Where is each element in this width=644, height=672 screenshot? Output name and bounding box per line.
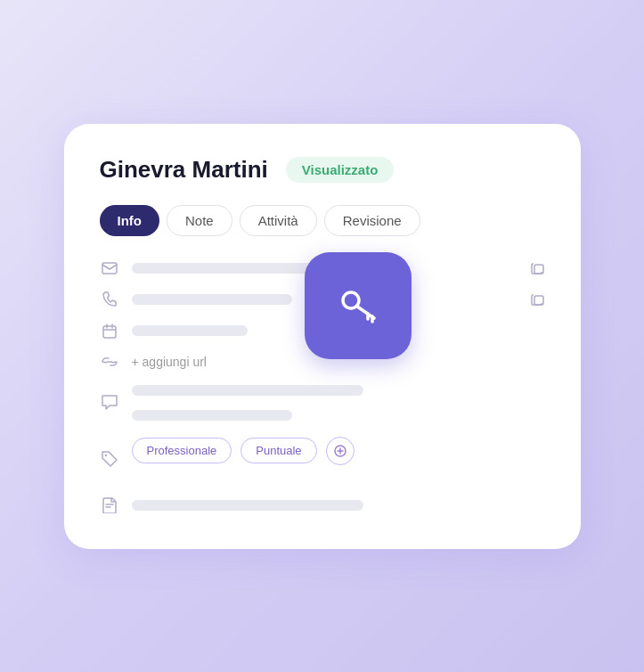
status-badge: Visualizzato xyxy=(286,157,395,183)
svg-rect-4 xyxy=(102,263,117,274)
card-header: Ginevra Martini Visualizzato xyxy=(100,156,545,184)
tag-professionale[interactable]: Professionale xyxy=(132,438,232,463)
tab-revisione[interactable]: Revisione xyxy=(324,205,420,236)
comment-skeleton-2 xyxy=(132,410,292,421)
add-url-button[interactable]: + aggiungi url xyxy=(132,355,207,369)
document-skeleton xyxy=(132,500,363,511)
key-overlay xyxy=(305,252,412,359)
tab-info[interactable]: Info xyxy=(100,205,160,236)
calendar-icon xyxy=(100,324,119,339)
comment-icon xyxy=(100,395,119,410)
svg-point-11 xyxy=(104,454,106,455)
document-icon xyxy=(100,497,119,513)
profile-name: Ginevra Martini xyxy=(100,156,268,184)
tab-attivita[interactable]: Attività xyxy=(240,205,317,236)
tag-icon xyxy=(100,451,119,467)
document-row xyxy=(100,497,545,513)
link-icon xyxy=(100,357,119,366)
svg-rect-7 xyxy=(103,326,116,338)
key-icon xyxy=(333,281,383,331)
info-section: + aggiungi url xyxy=(100,261,545,513)
email-icon xyxy=(100,262,119,275)
tab-note[interactable]: Note xyxy=(167,205,232,236)
phone-skeleton xyxy=(132,294,292,305)
copy-email-button[interactable] xyxy=(531,261,545,275)
tag-puntuale[interactable]: Puntuale xyxy=(240,438,316,463)
comment-skeleton-1 xyxy=(132,385,363,396)
date-skeleton xyxy=(132,325,248,336)
tabs-container: Info Note Attività Revisione xyxy=(100,205,545,236)
profile-card: Ginevra Martini Visualizzato Info Note A… xyxy=(64,124,581,549)
comment-row xyxy=(100,385,545,421)
add-tag-button[interactable] xyxy=(326,437,355,465)
tags-row: Professionale Puntuale xyxy=(100,437,545,481)
tags-container: Professionale Puntuale xyxy=(132,437,355,465)
phone-icon xyxy=(100,291,119,307)
copy-phone-button[interactable] xyxy=(531,292,545,307)
